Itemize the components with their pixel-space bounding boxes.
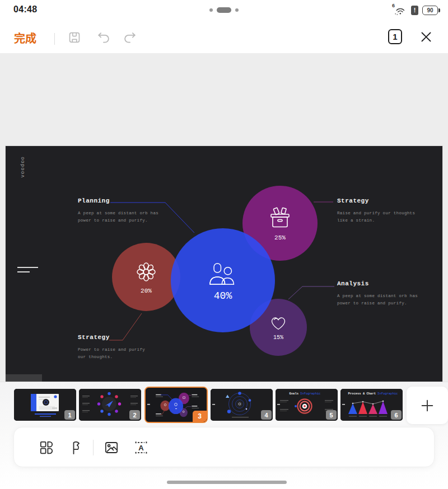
thumbnail-number-badge: 4: [261, 410, 272, 420]
insert-textbox-button[interactable]: A: [133, 439, 150, 456]
toolbar-divider: [93, 440, 94, 455]
callout-analysis[interactable]: Analysis A peep at some distant orb has …: [337, 280, 418, 307]
editor-canvas: voodoo: [0, 53, 448, 382]
callout-title: Planning: [78, 198, 158, 204]
redo-button[interactable]: [121, 29, 139, 46]
callout-planning[interactable]: Planning A peep at some distant orb has …: [78, 198, 158, 224]
callout-desc-line: power to raise and purify.: [337, 300, 418, 307]
callout-desc-line: power to raise and purify.: [78, 217, 158, 224]
clock: 04:48: [13, 4, 37, 15]
callout-title: Strategy: [337, 198, 415, 204]
close-icon: [419, 30, 433, 44]
bubble-value: 40%: [214, 290, 232, 302]
wifi6-icon: 6: [393, 4, 407, 16]
bottom-toolbar: A: [13, 427, 435, 467]
thumb-title-accent: Infographic: [300, 392, 320, 396]
status-bar: 04:48 6 ! 90: [0, 0, 448, 20]
callout-title: Analysis: [337, 280, 418, 287]
bubble-40[interactable]: 40%: [171, 228, 275, 332]
plus-icon: [420, 398, 435, 413]
save-button[interactable]: [66, 29, 83, 46]
toolbar-divider: [54, 33, 55, 45]
cutout-dot: [235, 8, 239, 12]
thumbnail-number-badge: 3: [193, 411, 207, 422]
flower-icon: [134, 260, 158, 284]
insert-textbox-icon: A: [133, 440, 149, 455]
save-icon: [67, 30, 82, 45]
callout-desc-line: A peep at some distant orb has: [78, 210, 158, 217]
thumbnail-slide-2[interactable]: 2: [79, 389, 141, 421]
thumbnail-number-badge: 2: [129, 410, 140, 420]
done-button[interactable]: 完成: [14, 30, 36, 46]
bubble-20[interactable]: 20%: [112, 243, 180, 311]
close-button[interactable]: [418, 29, 434, 45]
thumb-title-main: Goals: [289, 392, 298, 396]
heart-icon: [268, 314, 288, 332]
design-pennant-icon: [68, 440, 83, 455]
bubble-value: 20%: [141, 288, 152, 294]
camera-cutout: [209, 7, 239, 13]
callout-desc-line: our thoughts.: [78, 354, 145, 361]
slide-layout-button[interactable]: [38, 439, 55, 456]
thumbnail-number-badge: 5: [326, 410, 337, 420]
thumbnail-slide-6[interactable]: Process & Chart Infographic 6: [340, 389, 403, 421]
app-screen: 04:48 6 ! 90: [0, 0, 448, 489]
bubble-value: 25%: [274, 234, 286, 241]
insert-image-icon: [104, 440, 119, 455]
design-button[interactable]: [67, 439, 84, 456]
callout-desc-line: Power to raise and purify: [78, 346, 145, 354]
thumbnail-number-badge: 1: [64, 410, 75, 420]
page-indicator-button[interactable]: 1: [388, 29, 402, 44]
battery-percent: 90: [422, 6, 438, 15]
thumbnail-slide-3-selected[interactable]: 3: [144, 387, 208, 423]
add-slide-button[interactable]: [407, 387, 448, 424]
people-icon: [207, 260, 239, 285]
thumbnail-number-badge: 6: [391, 410, 402, 420]
callout-desc-line: Raise and purify our thoughts: [337, 210, 415, 217]
edit-toolbar: 完成 1: [0, 20, 448, 53]
thumb-title-accent: Infographic: [377, 392, 398, 396]
thumbnail-slide-5[interactable]: Goals Infographic 5: [276, 389, 338, 421]
callout-strategy-top[interactable]: Strategy Raise and purify our thoughts l…: [337, 198, 415, 224]
thumbnail-slide-4[interactable]: 4: [211, 389, 273, 421]
battery-nub: [438, 8, 440, 12]
callout-title: Strategy: [78, 334, 145, 341]
ballot-box-icon: [267, 205, 293, 230]
cutout-dot: [209, 8, 213, 12]
bottom-panel: 1 2: [0, 382, 448, 489]
callout-strategy-bottom[interactable]: Strategy Power to raise and purify our t…: [78, 334, 145, 361]
svg-text:A: A: [138, 444, 144, 452]
slide-layout-icon: [39, 440, 54, 455]
undo-button[interactable]: [95, 29, 113, 46]
thumb-title-main: Process & Chart: [348, 392, 376, 396]
battery-icon: 90: [422, 6, 440, 15]
cutout-pill: [217, 7, 231, 13]
slide-canvas[interactable]: voodoo: [6, 146, 442, 395]
insert-image-button[interactable]: [103, 439, 120, 456]
undo-icon: [96, 30, 111, 45]
thumbnail-slide-1[interactable]: 1: [14, 389, 76, 421]
redo-icon: [123, 30, 137, 45]
callout-desc-line: A peep at some distant orb has: [337, 293, 418, 300]
sim-alert-icon: !: [411, 6, 418, 15]
home-indicator[interactable]: [167, 481, 287, 484]
callout-desc-line: like a strain.: [337, 217, 415, 224]
bubble-value: 15%: [273, 335, 283, 341]
status-icons: 6 ! 90: [393, 4, 440, 16]
